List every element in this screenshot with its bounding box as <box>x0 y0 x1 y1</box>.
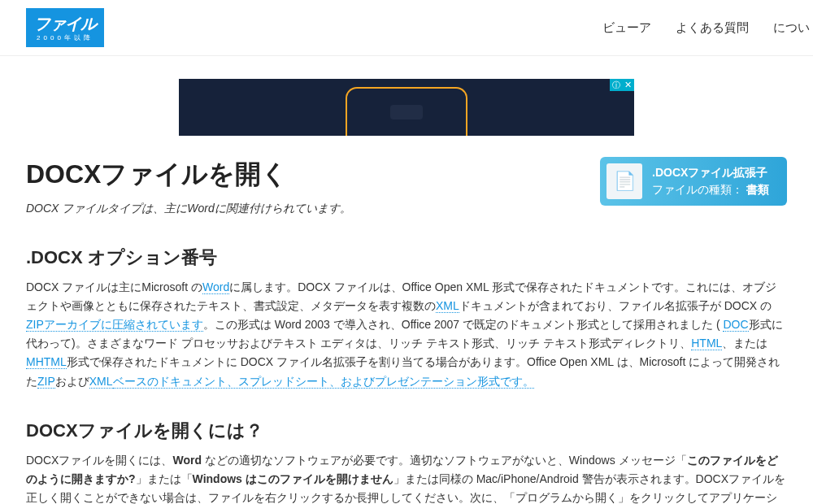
file-ext-label: .DOCXファイル拡張子 <box>652 164 769 181</box>
ad-slot-shape <box>390 105 423 119</box>
title-row: DOCXファイルを開く DOCX ファイルタイプは、主にWordに関連付けられて… <box>26 157 787 218</box>
logo-subtext: 2000年以降 <box>34 33 96 42</box>
page-title: DOCXファイルを開く <box>26 157 600 193</box>
header: ファイル 2000年以降 ビューア よくある質問 につい <box>0 0 813 56</box>
link-xml-1[interactable]: XML <box>436 299 459 313</box>
link-html[interactable]: HTML <box>691 337 722 350</box>
file-type-line: ファイルの種類： 書類 <box>652 181 769 198</box>
main-content: DOCXファイルを開く DOCX ファイルタイプは、主にWordに関連付けられて… <box>0 157 813 504</box>
link-word[interactable]: Word <box>202 280 229 294</box>
file-info-card[interactable]: 📄 .DOCXファイル拡張子 ファイルの種類： 書類 <box>600 157 787 206</box>
site-logo[interactable]: ファイル 2000年以降 <box>26 8 104 47</box>
ad-illustration <box>346 87 467 136</box>
section-option-heading: .DOCX オプション番号 <box>26 245 787 270</box>
ad-close-icon[interactable]: ✕ <box>622 79 634 91</box>
link-doc[interactable]: DOC <box>723 318 748 332</box>
page-subtitle: DOCX ファイルタイプは、主にWordに関連付けられています。 <box>26 199 600 218</box>
document-icon: 📄 <box>606 163 642 199</box>
ad-banner[interactable]: ⓘ ✕ <box>179 79 634 136</box>
logo-text: ファイル <box>34 15 96 33</box>
link-mhtml[interactable]: MHTML <box>26 355 67 369</box>
section-option-body: DOCX ファイルは主にMicrosoft のWordに属します。DOCX ファ… <box>26 278 787 391</box>
top-nav: ビューア よくある質問 につい <box>602 20 813 36</box>
section-howto-heading: DOCXファイルを開くには？ <box>26 419 787 443</box>
link-xml-based[interactable]: ベースのドキュメント、スプレッドシート、およびプレゼンテーション形式です。 <box>113 375 534 389</box>
link-zip[interactable]: ZIP <box>37 375 55 389</box>
nav-faq[interactable]: よくある質問 <box>676 20 749 36</box>
section-howto-body: DOCXファイルを開くには、Word などの適切なソフトウェアが必要です。適切な… <box>26 451 787 504</box>
link-zip-archive[interactable]: ZIPアーカイブに圧縮されています <box>26 318 203 332</box>
nav-viewer[interactable]: ビューア <box>602 20 651 36</box>
ad-info-icon[interactable]: ⓘ <box>610 79 622 91</box>
link-xml-2[interactable]: XML <box>89 375 113 389</box>
nav-about[interactable]: につい <box>773 20 810 36</box>
file-info-text: .DOCXファイル拡張子 ファイルの種類： 書類 <box>652 164 769 198</box>
